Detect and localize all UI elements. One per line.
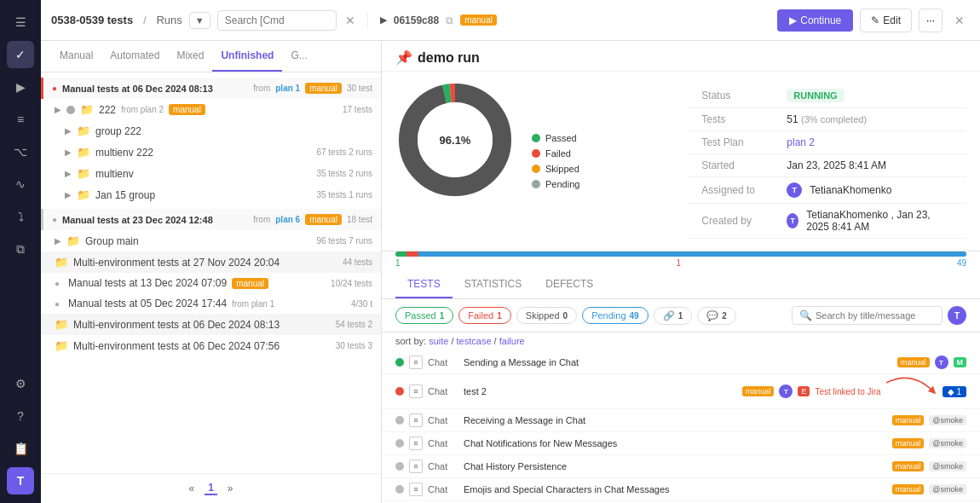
tab-statistics[interactable]: STATISTICS	[453, 271, 534, 298]
settings-icon[interactable]: ⚙	[7, 370, 34, 397]
tag-manual: manual	[892, 438, 925, 448]
filter-passed-button[interactable]: Passed 1	[395, 307, 453, 324]
status-dot-pending	[395, 439, 404, 448]
check-icon[interactable]: ✓	[7, 41, 34, 68]
search-close-button[interactable]: ✕	[345, 14, 355, 27]
continue-button[interactable]: ▶ Continue	[777, 9, 853, 32]
import-icon[interactable]: ⤵	[7, 203, 34, 230]
test-search-input[interactable]	[816, 310, 935, 321]
content-area: Manual Automated Mixed Unfinished G... ●…	[41, 41, 980, 503]
play-icon[interactable]: ▶	[7, 73, 34, 101]
tab-tests[interactable]: TESTS	[395, 271, 453, 298]
plan-link[interactable]: plan 2	[787, 136, 815, 148]
started-value: Jan 23, 2025 8:41 AM	[787, 159, 886, 171]
chart-stats-area: 96.1% Passed Failed Skipped	[382, 72, 980, 252]
chevron-icon[interactable]: ▶	[55, 105, 61, 114]
item-from: from plan 2	[121, 105, 164, 114]
tests-value: 51 (3% completed)	[787, 113, 867, 125]
filter-pending-button[interactable]: Pending 49	[582, 307, 649, 324]
tab-manual[interactable]: Manual	[51, 41, 101, 72]
chevron-icon[interactable]: ▶	[65, 190, 72, 199]
right-panel: 📌 demo run	[382, 41, 980, 503]
run-list: ● Manual tests at 06 Dec 2024 08:13 from…	[41, 72, 381, 473]
list-item[interactable]: 📁 Multi-environment tests at 06 Dec 2024…	[41, 335, 381, 356]
table-row[interactable]: ≡ Chat Emojis and Special Characters in …	[382, 478, 980, 501]
list-item[interactable]: ● Manual tests at 13 Dec 2024 07:09 manu…	[41, 273, 381, 293]
tab-mixed[interactable]: Mixed	[168, 41, 212, 72]
status-dot-pending	[395, 416, 404, 425]
jira-count-badge[interactable]: ◆ 1	[943, 386, 966, 397]
test-type-icon: ≡	[409, 483, 423, 496]
filter-comment-button[interactable]: 💬 2	[697, 307, 736, 325]
failed-dot	[532, 149, 540, 158]
chevron-icon[interactable]: ▶	[65, 126, 72, 136]
chevron-icon[interactable]: ▶	[65, 169, 72, 178]
search-icon: 🔍	[799, 309, 812, 321]
filter-failed-button[interactable]: Failed 1	[458, 307, 511, 324]
book-icon[interactable]: 📋	[7, 435, 34, 462]
user-filter-avatar[interactable]: T	[948, 306, 966, 325]
tab-g[interactable]: G...	[282, 41, 315, 72]
list-item[interactable]: ▶ 📁 multienv 35 tests 2 runs	[41, 163, 381, 184]
list-item[interactable]: 📁 Multi-environment tests at 27 Nov 2024…	[41, 252, 381, 273]
list-item[interactable]: ▶ 📁 222 from plan 2 manual 17 tests	[41, 99, 381, 120]
topbar: 0538-0539 tests / Runs ▼ ✕ ▶ 06159c88 ⧉ …	[41, 0, 980, 41]
run-from-label: from	[253, 84, 270, 93]
search-input[interactable]	[217, 10, 337, 31]
prev-page-button[interactable]: «	[183, 481, 199, 496]
run-header-main[interactable]: ● Manual tests at 06 Dec 2024 08:13 from…	[41, 78, 381, 99]
chevron-icon[interactable]: ▶	[55, 236, 61, 246]
folder-icon: 📁	[80, 103, 94, 116]
tab-unfinished[interactable]: Unfinished	[212, 41, 282, 72]
failed-label: Failed	[545, 148, 571, 159]
next-page-button[interactable]: »	[222, 481, 239, 496]
progress-passed	[395, 252, 406, 257]
question-icon[interactable]: ?	[7, 402, 34, 430]
more-button[interactable]: ···	[919, 9, 943, 32]
close-button[interactable]: ✕	[949, 10, 970, 31]
progress-labels: 1 1 49	[395, 258, 966, 268]
sort-failure-link[interactable]: failure	[499, 336, 525, 346]
e-badge: E	[798, 386, 810, 396]
item-label: Multi-environment tests at 06 Dec 2024 0…	[73, 340, 280, 352]
user-icon[interactable]: T	[7, 467, 34, 494]
main-tabs: Manual Automated Mixed Unfinished G...	[41, 41, 381, 72]
list-item[interactable]: ▶ 📁 Group main 96 tests 7 runs	[41, 230, 381, 252]
sort-testcase-link[interactable]: testcase	[457, 336, 492, 346]
menu-icon[interactable]: ☰	[7, 9, 34, 36]
chevron-icon[interactable]: ▶	[65, 147, 72, 157]
filter-skipped-button[interactable]: Skipped 0	[516, 307, 577, 324]
tab-defects[interactable]: DEFECTS	[533, 271, 605, 298]
list-item[interactable]: ▶ 📁 multienv 222 67 tests 2 runs	[41, 142, 381, 163]
list-item[interactable]: ● Manual tests at 05 Dec 2024 17:44 from…	[41, 293, 381, 314]
table-row[interactable]: ≡ Chat Chat Notifications for New Messag…	[382, 432, 980, 455]
item-meta: 35 tests 1 runs	[316, 190, 372, 199]
table-row[interactable]: ≡ Chat test 2 manual T E Test linked to …	[382, 374, 980, 409]
jira-area: Test linked to Jira ◆ 1	[815, 379, 966, 404]
filter-button[interactable]: ▼	[189, 12, 210, 29]
tab-automated[interactable]: Automated	[101, 41, 168, 72]
progress-failed	[406, 252, 418, 257]
chart-icon[interactable]: ∿	[7, 171, 34, 198]
puzzle-icon[interactable]: ⧉	[7, 235, 34, 263]
item-meta: 44 tests	[343, 257, 372, 267]
stat-status: Status RUNNING	[688, 84, 966, 108]
list-icon[interactable]: ≡	[7, 106, 34, 133]
user-avatar: T	[779, 384, 793, 398]
table-row[interactable]: ≡ Chat Chat History Persistence manual @…	[382, 455, 980, 478]
test-search-box[interactable]: 🔍	[792, 306, 943, 325]
sort-suite-link[interactable]: suite	[429, 336, 448, 346]
table-row[interactable]: ≡ Chat Sending a Message in Chat manual …	[382, 351, 980, 374]
run-header-2[interactable]: ● Manual tests at 23 Dec 2024 12:48 from…	[41, 209, 381, 230]
list-item[interactable]: ▶ 📁 group 222	[41, 120, 381, 142]
edit-button[interactable]: ✎ Edit	[860, 9, 912, 32]
copy-icon[interactable]: ⧉	[446, 14, 453, 26]
list-item[interactable]: ▶ 📁 Jan 15 group 35 tests 1 runs	[41, 184, 381, 205]
item-label: group 222	[95, 125, 141, 137]
table-row[interactable]: ≡ Chat Receiving a Message in Chat manua…	[382, 409, 980, 432]
smoke-tag: @smoke	[929, 438, 966, 448]
branch-icon[interactable]: ⌥	[7, 138, 34, 165]
list-item[interactable]: 📁 Multi-environment tests at 06 Dec 2024…	[41, 314, 381, 335]
filter-link-button[interactable]: 🔗 1	[654, 307, 693, 325]
status-dot	[66, 106, 75, 114]
